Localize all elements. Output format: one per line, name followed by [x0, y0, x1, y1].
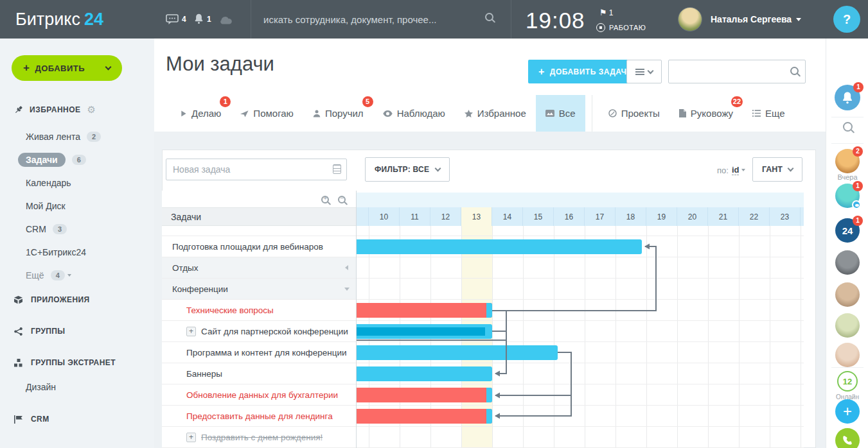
view-options-button[interactable] [626, 60, 662, 83]
search-icon [790, 67, 799, 75]
avatar-1[interactable]: 2 [835, 149, 860, 173]
avatar-2[interactable]: 1 [835, 184, 860, 208]
notifications-button[interactable]: 1 [835, 85, 860, 110]
gantt-task-row[interactable]: Конференции [162, 279, 356, 300]
task-search-box[interactable] [668, 60, 806, 83]
eye-icon [383, 110, 393, 117]
sidebar-item-дизайн[interactable]: Дизайн [26, 382, 56, 392]
add-button[interactable]: +ДОБАВИТЬ [12, 55, 122, 81]
sidebar-divider [831, 143, 864, 144]
item-badge: 2 [87, 132, 101, 142]
sidebar-section-1[interactable]: ПРИЛОЖЕНИЯ [14, 295, 90, 304]
sidebar-item-1[interactable]: Живая лента2 [26, 128, 101, 145]
bell-icon[interactable] [194, 13, 204, 24]
sidebar-item-5[interactable]: CRM3 [26, 221, 67, 237]
sidebar-section-4[interactable]: CRM [14, 415, 49, 424]
zoom-in-icon[interactable]: + [321, 194, 329, 206]
gantt-zoom-controls: + − [162, 191, 356, 207]
gantt-task-row[interactable]: Отдых [162, 257, 356, 279]
sidebar-item-4[interactable]: Мой Диск [26, 198, 66, 214]
app-logo[interactable]: Битрикс24 [15, 0, 103, 39]
work-status-button[interactable]: РАБОТАЮ [596, 23, 646, 32]
list-lines-icon [635, 69, 644, 75]
day-cell: 17 [585, 207, 616, 226]
task-label: Предоставить данные для лендинга [186, 411, 333, 421]
sidebar-item-label: Мой Диск [26, 201, 66, 211]
tab-8[interactable]: Руковожу22 [669, 95, 743, 132]
day-cell: 21 [708, 207, 739, 226]
gantt-label: ГАНТ [762, 165, 783, 174]
bell-icon [842, 91, 853, 104]
cloud-icon[interactable] [218, 15, 233, 24]
task-form-icon[interactable] [333, 164, 341, 174]
task-label: Поздравить с днем рождения! [201, 433, 323, 442]
tab-6[interactable]: Все [536, 95, 585, 132]
global-search-input[interactable] [262, 9, 474, 30]
zoom-out-icon[interactable]: − [338, 194, 346, 206]
call-button[interactable] [835, 428, 860, 448]
gantt-task-row[interactable]: Предоставить данные для лендинга [162, 406, 356, 427]
gantt-task-row[interactable]: Технические вопросы [162, 300, 356, 321]
section-label: CRM [31, 415, 49, 424]
chevron-down-icon [67, 274, 71, 279]
sidebar-section-3[interactable]: ГРУППЫ ЭКСТРАНЕТ [14, 358, 116, 367]
user-menu[interactable]: Наталья Сергеева [711, 14, 801, 24]
tab-4[interactable]: Наблюдаю [373, 95, 455, 132]
sort-control[interactable]: по:id [717, 165, 745, 175]
gantt-task-row[interactable]: Программа и контент для конференции [162, 342, 356, 363]
tab-9[interactable]: Еще [743, 95, 795, 132]
avatar-3[interactable] [835, 250, 860, 275]
avatar-5[interactable] [835, 313, 860, 338]
star-icon [465, 110, 473, 117]
help-button[interactable]: ? [833, 6, 860, 33]
tab-2[interactable]: Помогаю [231, 95, 303, 132]
gantt-task-row[interactable]: Баннеры [162, 363, 356, 384]
filter-label: ФИЛЬТР: ВСЕ [375, 165, 429, 174]
worktime-clock[interactable]: 19:08 [526, 8, 585, 33]
new-task-input[interactable] [166, 159, 347, 180]
sidebar-item-label: CRM [26, 224, 46, 234]
chevron-down-icon [648, 67, 654, 74]
quick-add-button[interactable]: + [835, 399, 860, 424]
gantt-task-row[interactable]: Обновление данных для бухгалтерии [162, 384, 356, 406]
gantt-task-row[interactable]: +Поздравить с днем рождения! [162, 427, 356, 448]
avatar-6[interactable] [835, 343, 860, 367]
sidebar-item-3[interactable]: Календарь [26, 175, 71, 191]
bitrix24-chat-avatar[interactable]: 241 [835, 218, 860, 243]
gantt-task-row[interactable]: +Сайт для партнерской конференции [162, 321, 356, 342]
sidebar-item-6[interactable]: 1С+Битрикс24 [26, 244, 86, 261]
chat-icon[interactable] [166, 14, 179, 25]
gantt-day-header: 1011121314151617181920212223 [357, 207, 804, 226]
expand-task-button[interactable]: + [186, 327, 196, 336]
list-icon [752, 110, 761, 117]
sidebar-item-7[interactable]: Ещё4 [26, 267, 71, 284]
plus-icon: + [538, 66, 545, 78]
task-label: Конференции [172, 284, 228, 294]
tab-3[interactable]: Поручил5 [303, 95, 373, 132]
tab-7[interactable]: Проекты [599, 95, 669, 132]
avatar-4[interactable] [835, 282, 860, 307]
add-task-button[interactable]: +ДОБАВИТЬ ЗАДАЧУ [528, 60, 642, 83]
online-count: 12 [837, 371, 858, 392]
sidebar-item-2[interactable]: Задачи6 [26, 151, 86, 168]
sort-field[interactable]: id [732, 165, 740, 175]
global-search-icon[interactable] [485, 13, 493, 21]
flag-indicator[interactable]: ⚑1 [599, 8, 613, 17]
sidebar-section-2[interactable]: ГРУППЫ [14, 327, 66, 336]
tab-5[interactable]: Избранное [455, 95, 536, 132]
search-icon[interactable] [843, 122, 853, 132]
user-avatar[interactable] [678, 7, 702, 31]
collapsed-caret-icon[interactable] [342, 265, 348, 270]
expand-task-button[interactable]: + [186, 433, 196, 442]
expanded-caret-icon[interactable] [344, 288, 350, 293]
inbox-icon [545, 110, 554, 117]
right-sidebar: 12Вчера124112Онлайн+ [826, 39, 868, 448]
gantt-view-button[interactable]: ГАНТ [752, 157, 802, 182]
task-label: Подготовка площадки для вебинаров [172, 242, 323, 252]
gear-icon[interactable]: ⚙ [87, 104, 96, 116]
gantt-task-row[interactable]: Подготовка площадки для вебинаров [162, 236, 356, 257]
tab-label: Наблюдаю [397, 108, 445, 119]
favorites-header[interactable]: ИЗБРАННОЕ ⚙ [14, 104, 96, 116]
tab-1[interactable]: Делаю1 [170, 95, 231, 132]
filter-button[interactable]: ФИЛЬТР: ВСЕ [365, 157, 450, 182]
